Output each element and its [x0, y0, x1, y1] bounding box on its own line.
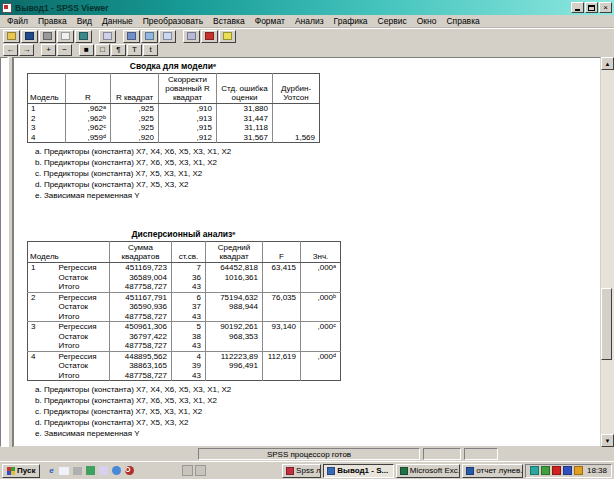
table-row: Итого 487758,727 43: [28, 312, 341, 322]
vertical-scrollbar[interactable]: ▲ ▼: [601, 57, 614, 447]
menu-insert[interactable]: Вставка: [208, 16, 250, 26]
imaging-icon[interactable]: [97, 465, 109, 477]
demote-button[interactable]: →: [19, 44, 34, 56]
cell: 448895,562: [110, 351, 172, 361]
footnote: е. Зависимая переменная Y: [35, 190, 600, 201]
cell: ,000ᵃ: [301, 263, 341, 273]
export-output-icon: [79, 32, 88, 40]
recall-dialog-icon: [103, 32, 112, 40]
scroll-down-button[interactable]: ▼: [601, 434, 614, 447]
cell: [28, 273, 56, 283]
export-button[interactable]: [75, 30, 92, 43]
model-summary-table[interactable]: Модель R R квадрат Скорректи рованный R …: [27, 73, 320, 143]
footnote: c. Предикторы (константа) X7, X5, X3, X1…: [35, 406, 600, 417]
scroll-track[interactable]: [601, 70, 614, 434]
menu-graphs[interactable]: Графика: [329, 16, 373, 26]
menu-transform[interactable]: Преобразовать: [138, 16, 208, 26]
collapse-button[interactable]: −: [57, 44, 72, 56]
menu-data[interactable]: Данные: [97, 16, 138, 26]
cell: [28, 282, 56, 292]
goto-case-button[interactable]: [141, 30, 158, 43]
col-df: ст.св.: [172, 242, 206, 263]
menu-format[interactable]: Формат: [250, 16, 290, 26]
cell: 43: [172, 371, 206, 381]
cell: ,000ᵈ: [301, 351, 341, 361]
print-button[interactable]: [39, 30, 56, 43]
use-sets-button[interactable]: [183, 30, 200, 43]
volume-icon[interactable]: [530, 466, 539, 475]
menu-view[interactable]: Вид: [72, 16, 97, 26]
variables-button[interactable]: [159, 30, 176, 43]
print-icon: [43, 32, 52, 40]
taskbar-button-spss-data[interactable]: Spss лаба 1: [282, 464, 321, 478]
col-r2: R квадрат: [111, 74, 159, 104]
toolbar-separator: [35, 44, 40, 57]
cell: [301, 282, 341, 292]
print-preview-button[interactable]: [57, 30, 74, 43]
goto-data-button[interactable]: [123, 30, 140, 43]
show-desktop-icon[interactable]: [71, 465, 83, 477]
footnote: е. Зависимая переменная Y: [35, 428, 600, 439]
anova-table[interactable]: Модель Сумма квадратов ст.св. Средний кв…: [27, 241, 341, 381]
cell: [301, 273, 341, 283]
scroll-up-button[interactable]: ▲: [601, 57, 614, 70]
cell: [301, 361, 341, 371]
promote-button[interactable]: ←: [3, 44, 18, 56]
toolbar-separator: [117, 30, 122, 43]
cell: 38863,165: [110, 361, 172, 371]
cell: [28, 341, 56, 351]
tray-clock[interactable]: 18:38: [585, 466, 607, 475]
internet-explorer-icon[interactable]: e: [45, 465, 57, 477]
col-f: F: [263, 242, 301, 263]
show-button[interactable]: ■: [79, 44, 94, 56]
cell: 1: [28, 263, 56, 273]
channels-icon[interactable]: [84, 465, 96, 477]
menu-file[interactable]: Файл: [2, 16, 33, 26]
outlook-express-icon[interactable]: [58, 465, 70, 477]
antivirus-icon[interactable]: [552, 466, 561, 475]
language-icon[interactable]: [574, 466, 583, 475]
cell: [28, 312, 56, 322]
taskbar-button-excel[interactable]: Microsoft Exc...: [396, 464, 461, 478]
menu-utilities[interactable]: Сервис: [373, 16, 412, 26]
footnote: a. Предикторы (константа) X7, X4, X6, X5…: [35, 384, 600, 395]
menu-edit[interactable]: Правка: [33, 16, 72, 26]
save-file-button[interactable]: [21, 30, 38, 43]
expand-button[interactable]: +: [41, 44, 56, 56]
taskbar-button-label: Вывод1 - S...: [337, 466, 388, 475]
close-button[interactable]: ×: [599, 2, 612, 13]
hide-button[interactable]: □: [95, 44, 110, 56]
browser-globe-icon[interactable]: [110, 465, 122, 477]
start-button[interactable]: Пуск: [2, 464, 40, 478]
taskbar-button-output-viewer[interactable]: Вывод1 - S...: [323, 464, 393, 478]
maximize-button[interactable]: [585, 2, 598, 13]
menu-window[interactable]: Окно: [412, 16, 442, 26]
cell: ,912: [159, 133, 217, 143]
cell: [273, 114, 320, 124]
insert-text-button[interactable]: t: [143, 44, 158, 56]
network-icon[interactable]: [563, 466, 572, 475]
scheduler-icon[interactable]: [541, 466, 550, 475]
cell: 450961,306: [110, 322, 172, 332]
taskbar-button-word-report[interactable]: отчет лунев...: [462, 464, 523, 478]
model-summary-footnotes: a. Предикторы (константа) X7, X4, X6, X5…: [35, 146, 600, 201]
status-spacer: [3, 448, 195, 460]
footnote: a. Предикторы (константа) X7, X4, X6, X5…: [35, 146, 600, 157]
help-button[interactable]: [219, 30, 236, 43]
insert-heading-button[interactable]: ¶: [111, 44, 126, 56]
glossary-button[interactable]: [201, 30, 218, 43]
recall-dialog-button[interactable]: [99, 30, 116, 43]
cell: 996,491: [206, 361, 263, 371]
insert-title-button[interactable]: T: [127, 44, 142, 56]
menu-analyze[interactable]: Анализ: [290, 16, 329, 26]
status-bar: SPSS процессор готов: [0, 447, 614, 461]
open-file-button[interactable]: [3, 30, 20, 43]
desktop-shortcut-icon[interactable]: [195, 465, 206, 476]
scroll-thumb[interactable]: [601, 288, 612, 360]
cell: 112223,89: [206, 351, 263, 361]
outline-toolbar: ← → + − ■ □ ¶ T t: [0, 43, 614, 57]
menu-help[interactable]: Справка: [441, 16, 484, 26]
desktop-shortcut-icon[interactable]: [182, 465, 193, 476]
minimize-button[interactable]: [571, 2, 584, 13]
opera-icon[interactable]: O: [123, 465, 135, 477]
